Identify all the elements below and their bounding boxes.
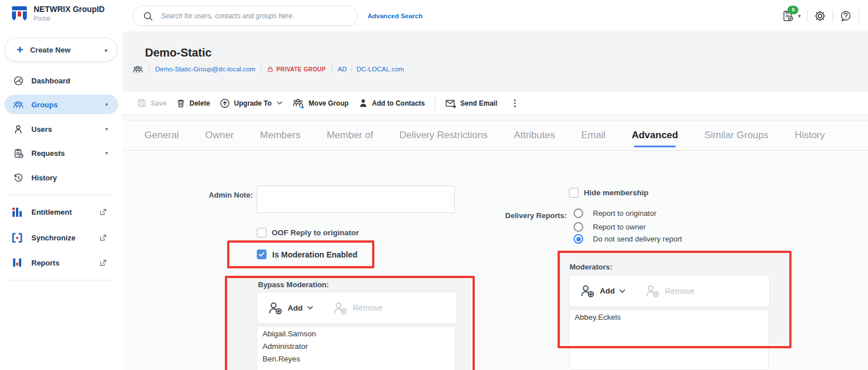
move-group-button[interactable]: Move Group — [292, 98, 349, 108]
list-item[interactable]: Administrator — [257, 340, 455, 353]
tab-member-of[interactable]: Member of — [326, 120, 373, 150]
sidebar-divider — [5, 195, 114, 195]
moderators-add-label: Add — [600, 287, 615, 295]
create-new-button[interactable]: + Create New ▸ — [5, 38, 118, 62]
gear-icon[interactable] — [814, 10, 826, 22]
tasks-icon[interactable]: 0 — [782, 10, 794, 22]
is-moderation-enabled-checkbox[interactable] — [257, 250, 267, 259]
sidebar-item-label: Synchronize — [31, 234, 75, 242]
breadcrumb-separator — [149, 65, 150, 73]
move-group-label: Move Group — [309, 99, 349, 107]
tab-bar: General Owner Members Member of Delivery… — [123, 120, 868, 151]
tab-similar-groups[interactable]: Similar Groups — [704, 120, 768, 150]
sidebar-item-groups[interactable]: Groups ▾ — [5, 95, 118, 114]
topbar-separator — [807, 10, 808, 22]
private-group-badge: PRIVATE GROUP — [267, 66, 326, 73]
radio-report-to-owner[interactable] — [574, 222, 583, 232]
admin-note-input[interactable] — [257, 186, 455, 213]
tab-advanced[interactable]: Advanced — [632, 120, 678, 150]
moderators-remove-label: Remove — [665, 287, 695, 296]
private-group-label: PRIVATE GROUP — [276, 66, 326, 73]
bypass-add-button[interactable]: Add — [268, 301, 313, 315]
send-email-label: Send Email — [461, 99, 498, 107]
caret-down-icon[interactable]: ▾ — [798, 13, 801, 19]
radio-label: Do not send delivery report — [593, 235, 682, 243]
synchronize-logo-icon — [11, 232, 24, 244]
action-toolbar: Save Delete Upgrade To — [123, 91, 868, 115]
directory-link[interactable]: AD — [338, 66, 347, 73]
chevron-down-icon — [277, 101, 282, 105]
list-item[interactable]: Ben.Reyes — [257, 353, 455, 365]
sidebar-item-reports[interactable]: Reports — [5, 252, 118, 274]
sidebar-item-label: Requests — [31, 149, 65, 158]
sidebar-item-users[interactable]: Users ▾ — [5, 119, 118, 139]
groups-icon — [13, 100, 24, 110]
list-item[interactable]: Abbey.Eckels — [570, 311, 768, 324]
bypass-members-list: Abigail.Samson Administrator Ben.Reyes — [257, 326, 455, 370]
domain-link[interactable]: DC-LOCAL.com — [357, 66, 404, 73]
radio-report-to-originator[interactable] — [574, 208, 583, 218]
moderators-add-button[interactable]: Add — [580, 284, 625, 298]
tab-email[interactable]: Email — [581, 120, 605, 150]
sidebar-item-dashboard[interactable]: Dashboard — [5, 71, 118, 90]
moderators-list: Abbey.Eckels — [569, 309, 769, 370]
person-remove-icon — [645, 284, 660, 298]
group-header: Demo-Static Demo-Static-Group@dc-local.c… — [123, 31, 868, 91]
help-icon[interactable] — [839, 10, 852, 22]
admin-note-label: Admin Note: — [183, 191, 253, 199]
add-to-contacts-button[interactable]: Add to Contacts — [358, 98, 425, 108]
radio-label: Report to originator — [593, 209, 656, 218]
person-add-icon — [268, 301, 283, 315]
group-email-link[interactable]: Demo-Static-Group@dc-local.com — [155, 66, 255, 73]
tab-history[interactable]: History — [795, 120, 825, 150]
create-new-label: Create New — [30, 46, 71, 54]
sidebar: NETWRIX GroupID Portal + Create New ▸ Da… — [0, 0, 123, 370]
bypass-remove-button[interactable]: Remove — [333, 301, 382, 315]
sidebar-item-entitlement[interactable]: Entitlement — [5, 201, 118, 223]
bypass-add-remove-toolbar: Add Remove — [257, 292, 457, 324]
caret-down-icon: ▾ — [105, 126, 108, 132]
tab-owner[interactable]: Owner — [205, 120, 233, 150]
tab-members[interactable]: Members — [260, 120, 301, 150]
hide-membership-label: Hide membership — [584, 188, 648, 197]
advanced-tab-content: Admin Note: OOF Reply to originator Is M… — [123, 151, 868, 370]
topbar: Advanced Search 0 ▾ — [123, 0, 868, 31]
brand-name: NETWRIX GroupID — [34, 5, 104, 14]
moderators-remove-button[interactable]: Remove — [645, 284, 695, 298]
topbar-icons: 0 ▾ — [782, 0, 868, 31]
sidebar-item-requests[interactable]: Requests ▾ — [5, 143, 118, 163]
advanced-search-link[interactable]: Advanced Search — [368, 13, 423, 19]
radio-label: Report to owner — [593, 223, 646, 231]
upgrade-to-button[interactable]: Upgrade To — [220, 98, 282, 108]
sidebar-divider — [5, 280, 114, 280]
add-to-contacts-label: Add to Contacts — [372, 99, 425, 107]
moderators-add-remove-toolbar: Add Remove — [569, 275, 770, 307]
save-label: Save — [151, 99, 167, 107]
tab-delivery-restrictions[interactable]: Delivery Restrictions — [399, 120, 488, 150]
tab-general[interactable]: General — [144, 120, 179, 150]
group-type-icon — [132, 65, 143, 74]
oof-reply-checkbox[interactable] — [257, 228, 267, 238]
breadcrumb-separator — [261, 65, 261, 73]
more-actions-icon[interactable]: ⋮ — [507, 98, 523, 108]
radio-do-not-send-delivery-report[interactable] — [574, 234, 583, 244]
external-link-icon — [99, 208, 107, 216]
caret-down-icon: ▾ — [105, 102, 108, 107]
search-icon — [143, 11, 153, 21]
delete-button[interactable]: Delete — [176, 98, 210, 108]
netwrix-groupid-portal: NETWRIX GroupID Portal + Create New ▸ Da… — [0, 0, 868, 370]
bypass-moderation-label: Bypass Moderation: — [258, 280, 329, 289]
lock-icon — [267, 66, 273, 73]
list-item[interactable]: Abigail.Samson — [257, 328, 455, 340]
brand-subtitle: Portal — [34, 14, 104, 22]
plus-icon: + — [17, 45, 23, 55]
save-button[interactable]: Save — [137, 98, 167, 108]
search-input[interactable] — [160, 11, 349, 21]
tab-attributes[interactable]: Attributes — [514, 120, 555, 150]
sidebar-item-synchronize[interactable]: Synchronize — [5, 227, 118, 248]
sidebar-item-history[interactable]: History — [5, 168, 118, 187]
hide-membership-checkbox[interactable] — [569, 188, 579, 198]
send-email-button[interactable]: Send Email — [445, 98, 498, 108]
sidebar-item-label: Entitlement — [31, 208, 72, 216]
history-icon — [13, 172, 24, 183]
